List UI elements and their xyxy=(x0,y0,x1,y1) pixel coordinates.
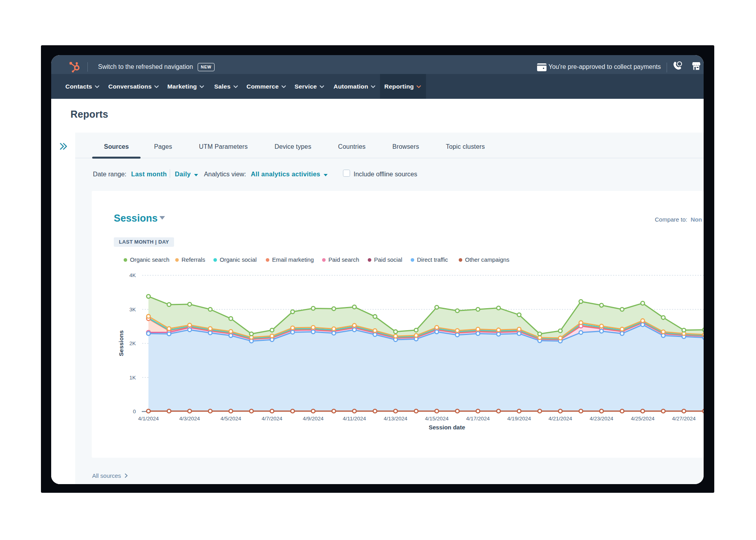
svg-text:4/19/2024: 4/19/2024 xyxy=(507,416,531,422)
svg-text:4/7/2024: 4/7/2024 xyxy=(262,416,283,422)
svg-text:4/15/2024: 4/15/2024 xyxy=(425,416,449,422)
svg-text:1K: 1K xyxy=(129,375,136,381)
svg-text:4/3/2024: 4/3/2024 xyxy=(179,416,200,422)
svg-text:2K: 2K xyxy=(129,340,136,346)
svg-text:Sessions: Sessions xyxy=(118,330,124,356)
svg-text:4/5/2024: 4/5/2024 xyxy=(220,416,241,422)
svg-text:4/9/2024: 4/9/2024 xyxy=(303,416,324,422)
svg-text:4/25/2024: 4/25/2024 xyxy=(631,416,655,422)
svg-text:4K: 4K xyxy=(129,272,136,278)
svg-text:4/11/2024: 4/11/2024 xyxy=(343,416,366,422)
svg-text:3K: 3K xyxy=(129,307,136,313)
svg-text:4/17/2024: 4/17/2024 xyxy=(466,416,490,422)
svg-text:4/27/2024: 4/27/2024 xyxy=(672,416,696,422)
svg-text:4/23/2024: 4/23/2024 xyxy=(590,416,614,422)
svg-text:4/13/2024: 4/13/2024 xyxy=(384,416,408,422)
svg-text:4/1/2024: 4/1/2024 xyxy=(138,416,159,422)
svg-text:0: 0 xyxy=(133,409,136,414)
svg-text:Session date: Session date xyxy=(429,424,465,431)
svg-text:4/21/2024: 4/21/2024 xyxy=(548,416,573,422)
